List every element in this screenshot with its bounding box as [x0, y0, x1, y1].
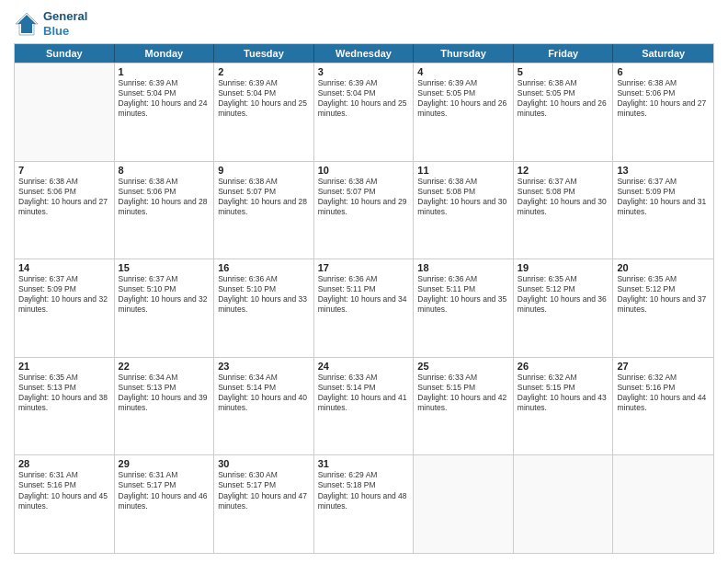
cal-cell-13: 13Sunrise: 6:37 AMSunset: 5:09 PMDayligh…	[613, 162, 713, 259]
cal-cell-30: 30Sunrise: 6:30 AMSunset: 5:17 PMDayligh…	[214, 455, 314, 553]
cal-cell-empty-4	[414, 455, 514, 553]
sun-info: Sunrise: 6:38 AMSunset: 5:05 PMDaylight:…	[518, 78, 609, 119]
cal-header-wednesday: Wednesday	[314, 44, 415, 63]
day-number: 29	[119, 458, 210, 469]
sun-info: Sunrise: 6:32 AMSunset: 5:15 PMDaylight:…	[518, 373, 609, 413]
day-number: 5	[518, 66, 609, 77]
day-number: 31	[318, 458, 410, 469]
sun-info: Sunrise: 6:39 AMSunset: 5:05 PMDaylight:…	[417, 78, 509, 119]
cal-cell-empty-5	[514, 455, 614, 553]
sun-info: Sunrise: 6:38 AMSunset: 5:07 PMDaylight:…	[318, 177, 410, 217]
cal-week-5: 28Sunrise: 6:31 AMSunset: 5:16 PMDayligh…	[15, 454, 713, 553]
sun-info: Sunrise: 6:36 AMSunset: 5:11 PMDaylight:…	[318, 274, 410, 315]
day-number: 16	[218, 262, 310, 273]
cal-cell-7: 7Sunrise: 6:38 AMSunset: 5:06 PMDaylight…	[15, 162, 115, 259]
day-number: 12	[518, 165, 609, 176]
day-number: 21	[18, 361, 110, 372]
sun-info: Sunrise: 6:39 AMSunset: 5:04 PMDaylight:…	[218, 78, 310, 119]
sun-info: Sunrise: 6:34 AMSunset: 5:13 PMDaylight:…	[119, 373, 210, 413]
sun-info: Sunrise: 6:39 AMSunset: 5:04 PMDaylight:…	[119, 78, 210, 119]
sun-info: Sunrise: 6:37 AMSunset: 5:09 PMDaylight:…	[617, 177, 710, 217]
sun-info: Sunrise: 6:38 AMSunset: 5:06 PMDaylight:…	[18, 177, 110, 217]
day-number: 11	[417, 165, 509, 176]
sun-info: Sunrise: 6:38 AMSunset: 5:08 PMDaylight:…	[417, 177, 509, 217]
day-number: 19	[518, 262, 609, 273]
sun-info: Sunrise: 6:36 AMSunset: 5:11 PMDaylight:…	[417, 274, 509, 315]
cal-cell-2: 2Sunrise: 6:39 AMSunset: 5:04 PMDaylight…	[214, 63, 314, 161]
cal-cell-19: 19Sunrise: 6:35 AMSunset: 5:12 PMDayligh…	[514, 259, 614, 357]
sun-info: Sunrise: 6:37 AMSunset: 5:09 PMDaylight:…	[18, 274, 110, 315]
cal-cell-9: 9Sunrise: 6:38 AMSunset: 5:07 PMDaylight…	[214, 162, 314, 259]
day-number: 26	[518, 361, 609, 372]
day-number: 20	[617, 262, 710, 273]
cal-cell-21: 21Sunrise: 6:35 AMSunset: 5:13 PMDayligh…	[15, 358, 115, 455]
sun-info: Sunrise: 6:30 AMSunset: 5:17 PMDaylight:…	[218, 470, 310, 511]
day-number: 18	[417, 262, 509, 273]
cal-cell-31: 31Sunrise: 6:29 AMSunset: 5:18 PMDayligh…	[314, 455, 415, 553]
cal-cell-12: 12Sunrise: 6:37 AMSunset: 5:08 PMDayligh…	[514, 162, 614, 259]
cal-cell-25: 25Sunrise: 6:33 AMSunset: 5:15 PMDayligh…	[414, 358, 514, 455]
day-number: 15	[119, 262, 210, 273]
logo-text: General Blue	[43, 9, 87, 38]
day-number: 6	[617, 66, 710, 77]
sun-info: Sunrise: 6:37 AMSunset: 5:10 PMDaylight:…	[119, 274, 210, 315]
cal-week-3: 14Sunrise: 6:37 AMSunset: 5:09 PMDayligh…	[15, 259, 713, 357]
cal-cell-20: 20Sunrise: 6:35 AMSunset: 5:12 PMDayligh…	[613, 259, 713, 357]
cal-cell-18: 18Sunrise: 6:36 AMSunset: 5:11 PMDayligh…	[414, 259, 514, 357]
calendar-header: SundayMondayTuesdayWednesdayThursdayFrid…	[15, 44, 713, 63]
cal-header-friday: Friday	[514, 44, 614, 63]
sun-info: Sunrise: 6:38 AMSunset: 5:06 PMDaylight:…	[119, 177, 210, 217]
cal-header-thursday: Thursday	[414, 44, 514, 63]
sun-info: Sunrise: 6:39 AMSunset: 5:04 PMDaylight:…	[318, 78, 410, 119]
day-number: 27	[617, 361, 710, 372]
sun-info: Sunrise: 6:32 AMSunset: 5:16 PMDaylight:…	[617, 373, 710, 413]
day-number: 2	[218, 66, 310, 77]
cal-week-4: 21Sunrise: 6:35 AMSunset: 5:13 PMDayligh…	[15, 357, 713, 455]
cal-cell-1: 1Sunrise: 6:39 AMSunset: 5:04 PMDaylight…	[115, 63, 215, 161]
sun-info: Sunrise: 6:38 AMSunset: 5:07 PMDaylight:…	[218, 177, 310, 217]
cal-cell-29: 29Sunrise: 6:31 AMSunset: 5:17 PMDayligh…	[115, 455, 215, 553]
sun-info: Sunrise: 6:36 AMSunset: 5:10 PMDaylight:…	[218, 274, 310, 315]
cal-cell-14: 14Sunrise: 6:37 AMSunset: 5:09 PMDayligh…	[15, 259, 115, 357]
calendar: SundayMondayTuesdayWednesdayThursdayFrid…	[14, 43, 714, 554]
day-number: 17	[318, 262, 410, 273]
day-number: 24	[318, 361, 410, 372]
calendar-body: 1Sunrise: 6:39 AMSunset: 5:04 PMDaylight…	[15, 63, 713, 553]
day-number: 1	[119, 66, 210, 77]
cal-cell-10: 10Sunrise: 6:38 AMSunset: 5:07 PMDayligh…	[314, 162, 415, 259]
cal-cell-11: 11Sunrise: 6:38 AMSunset: 5:08 PMDayligh…	[414, 162, 514, 259]
cal-cell-empty-0	[15, 63, 115, 161]
sun-info: Sunrise: 6:33 AMSunset: 5:14 PMDaylight:…	[318, 373, 410, 413]
cal-cell-17: 17Sunrise: 6:36 AMSunset: 5:11 PMDayligh…	[314, 259, 415, 357]
cal-cell-4: 4Sunrise: 6:39 AMSunset: 5:05 PMDaylight…	[414, 63, 514, 161]
cal-week-2: 7Sunrise: 6:38 AMSunset: 5:06 PMDaylight…	[15, 161, 713, 259]
sun-info: Sunrise: 6:35 AMSunset: 5:12 PMDaylight:…	[617, 274, 710, 315]
day-number: 8	[119, 165, 210, 176]
cal-week-1: 1Sunrise: 6:39 AMSunset: 5:04 PMDaylight…	[15, 63, 713, 161]
cal-cell-26: 26Sunrise: 6:32 AMSunset: 5:15 PMDayligh…	[514, 358, 614, 455]
cal-cell-23: 23Sunrise: 6:34 AMSunset: 5:14 PMDayligh…	[214, 358, 314, 455]
cal-header-saturday: Saturday	[613, 44, 713, 63]
logo-icon	[14, 11, 40, 37]
cal-cell-24: 24Sunrise: 6:33 AMSunset: 5:14 PMDayligh…	[314, 358, 415, 455]
day-number: 13	[617, 165, 710, 176]
cal-cell-16: 16Sunrise: 6:36 AMSunset: 5:10 PMDayligh…	[214, 259, 314, 357]
day-number: 22	[119, 361, 210, 372]
logo: General Blue	[14, 9, 87, 38]
cal-cell-15: 15Sunrise: 6:37 AMSunset: 5:10 PMDayligh…	[115, 259, 215, 357]
cal-cell-22: 22Sunrise: 6:34 AMSunset: 5:13 PMDayligh…	[115, 358, 215, 455]
sun-info: Sunrise: 6:31 AMSunset: 5:16 PMDaylight:…	[18, 470, 110, 511]
cal-cell-6: 6Sunrise: 6:38 AMSunset: 5:06 PMDaylight…	[613, 63, 713, 161]
sun-info: Sunrise: 6:35 AMSunset: 5:12 PMDaylight:…	[518, 274, 609, 315]
cal-cell-8: 8Sunrise: 6:38 AMSunset: 5:06 PMDaylight…	[115, 162, 215, 259]
day-number: 3	[318, 66, 410, 77]
header: General Blue	[14, 9, 714, 38]
day-number: 23	[218, 361, 310, 372]
sun-info: Sunrise: 6:35 AMSunset: 5:13 PMDaylight:…	[18, 373, 110, 413]
sun-info: Sunrise: 6:33 AMSunset: 5:15 PMDaylight:…	[417, 373, 509, 413]
cal-cell-5: 5Sunrise: 6:38 AMSunset: 5:05 PMDaylight…	[514, 63, 614, 161]
cal-header-sunday: Sunday	[15, 44, 115, 63]
cal-cell-27: 27Sunrise: 6:32 AMSunset: 5:16 PMDayligh…	[613, 358, 713, 455]
sun-info: Sunrise: 6:37 AMSunset: 5:08 PMDaylight:…	[518, 177, 609, 217]
day-number: 9	[218, 165, 310, 176]
